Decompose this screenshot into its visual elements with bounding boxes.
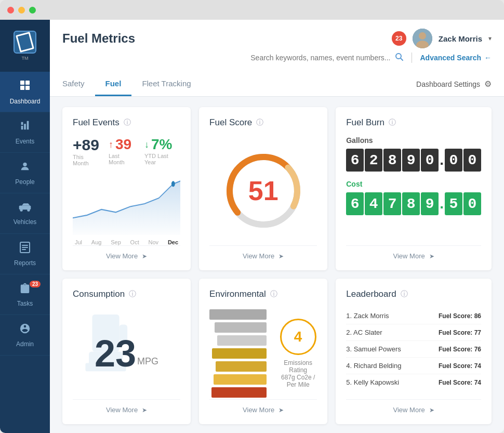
cards-grid: Fuel Events ⓘ +89 This Month ↑39 bbox=[62, 107, 492, 424]
svg-rect-9 bbox=[22, 245, 28, 246]
environmental-view-more[interactable]: View More ➤ bbox=[209, 399, 317, 414]
sidebar-item-people[interactable]: People bbox=[0, 153, 50, 193]
fuel-events-info-icon[interactable]: ⓘ bbox=[124, 118, 131, 127]
gallons-section: Gallons 6 2 8 9 0 . 0 0 bbox=[346, 136, 481, 172]
chart-label-jul: Jul bbox=[75, 239, 82, 245]
odometer-digit-3: 8 bbox=[383, 149, 401, 172]
sidebar-item-label-vehicles: Vehicles bbox=[14, 218, 37, 226]
consumption-view-more[interactable]: View More ➤ bbox=[73, 399, 180, 414]
fuel-events-chart: Jul Aug Sep Oct Nov Dec bbox=[73, 173, 180, 245]
consumption-title: Consumption bbox=[73, 289, 125, 299]
people-icon bbox=[19, 161, 31, 175]
cost-digit-1: 6 bbox=[346, 192, 364, 215]
env-content: 4 Emissions Rating 687g Co2e / Per Mile bbox=[209, 308, 317, 399]
tab-fleet-tracking[interactable]: Fleet Tracking bbox=[131, 72, 201, 96]
environmental-header: Environmental ⓘ bbox=[209, 289, 317, 299]
ebar-1 bbox=[209, 309, 267, 320]
leaderboard-info-icon[interactable]: ⓘ bbox=[401, 290, 408, 299]
sidebar-item-label-reports: Reports bbox=[14, 259, 36, 267]
fuel-burn-info-icon[interactable]: ⓘ bbox=[389, 118, 396, 127]
lb-rank-name-2: 2. AC Slater bbox=[346, 329, 382, 336]
gear-icon: ⚙ bbox=[484, 79, 492, 89]
gallons-dot: . bbox=[440, 152, 444, 168]
search-icon[interactable] bbox=[395, 53, 403, 63]
sidebar-item-vehicles[interactable]: Vehicles bbox=[0, 193, 50, 234]
lb-row-2: 2. AC Slater Fuel Score: 77 bbox=[346, 324, 481, 341]
vehicles-icon bbox=[18, 202, 32, 215]
app-body: TM Dashboard bbox=[0, 20, 504, 433]
environmental-info-icon[interactable]: ⓘ bbox=[270, 290, 277, 299]
dashboard-icon bbox=[19, 79, 31, 95]
stat-this-month-value: +89 bbox=[73, 136, 100, 154]
emissions-label: Emissions Rating bbox=[279, 359, 317, 374]
svg-rect-11 bbox=[22, 249, 26, 250]
search-input[interactable] bbox=[224, 54, 391, 62]
svg-point-7 bbox=[27, 208, 30, 211]
svg-rect-1 bbox=[25, 81, 30, 85]
fuel-score-header: Fuel Score ⓘ bbox=[209, 117, 317, 128]
rating-number: 4 bbox=[294, 330, 302, 344]
sidebar-item-label-dashboard: Dashboard bbox=[10, 98, 41, 105]
cost-digit-7: 0 bbox=[463, 192, 481, 215]
ebar-5 bbox=[216, 361, 267, 372]
lb-row-3: 3. Samuel Powers Fuel Score: 76 bbox=[346, 341, 481, 358]
lb-score-5: Fuel Score: 74 bbox=[439, 379, 481, 386]
lb-rank-name-3: 3. Samuel Powers bbox=[346, 345, 401, 353]
lb-row-1: 1. Zack Morris Fuel Score: 86 bbox=[346, 308, 481, 324]
avatar bbox=[413, 29, 432, 48]
consumption-info-icon[interactable]: ⓘ bbox=[129, 290, 136, 299]
reports-icon bbox=[20, 242, 30, 256]
environmental-card: Environmental ⓘ bbox=[199, 279, 327, 424]
mpg-unit: MPG bbox=[137, 356, 158, 367]
sidebar-item-events[interactable]: Events bbox=[0, 112, 50, 153]
fuel-score-view-more[interactable]: View More ➤ bbox=[209, 245, 317, 260]
cost-dot: . bbox=[440, 195, 444, 212]
fuel-score-container: 51 bbox=[209, 136, 317, 245]
ebar-7 bbox=[211, 387, 267, 398]
fuel-score-info-icon[interactable]: ⓘ bbox=[256, 118, 263, 127]
sidebar-item-tasks[interactable]: 23 Tasks bbox=[0, 274, 50, 315]
leaderboard-list: 1. Zack Morris Fuel Score: 86 2. AC Slat… bbox=[346, 308, 481, 399]
close-button[interactable] bbox=[7, 7, 14, 14]
app-window: TM Dashboard bbox=[0, 0, 504, 433]
lb-score-3: Fuel Score: 76 bbox=[439, 346, 481, 353]
sidebar-item-reports[interactable]: Reports bbox=[0, 234, 50, 274]
arrow-up-icon: ↑ bbox=[109, 139, 113, 150]
rating-circle: 4 bbox=[280, 319, 316, 355]
sidebar-item-label-tasks: Tasks bbox=[17, 300, 33, 307]
fuel-burn-arrow-icon: ➤ bbox=[429, 253, 434, 260]
stat-last-month-label: Last Month bbox=[109, 153, 136, 165]
odometer-digit-6: 0 bbox=[445, 149, 462, 172]
maximize-button[interactable] bbox=[29, 7, 36, 14]
advanced-search-link[interactable]: Advanced Search ← bbox=[420, 54, 492, 62]
fuel-burn-view-more-label: View More bbox=[393, 252, 425, 260]
rating-section: 4 Emissions Rating 687g Co2e / Per Mile bbox=[279, 319, 317, 388]
emissions-bars bbox=[209, 309, 267, 398]
tab-safety[interactable]: Safety bbox=[62, 72, 95, 96]
leaderboard-title: Leaderboard bbox=[346, 289, 396, 299]
leaderboard-view-more[interactable]: View More ➤ bbox=[346, 399, 481, 414]
fuel-burn-view-more[interactable]: View More ➤ bbox=[346, 245, 481, 260]
chevron-down-icon[interactable]: ▾ bbox=[488, 35, 492, 42]
header: Fuel Metrics 23 Za bbox=[50, 20, 504, 72]
search-input-wrap bbox=[62, 53, 403, 63]
lb-score-4: Fuel Score: 74 bbox=[439, 362, 481, 370]
admin-icon bbox=[19, 323, 31, 337]
stat-last-month-value: ↑39 bbox=[109, 136, 136, 153]
tab-fuel[interactable]: Fuel bbox=[95, 72, 132, 96]
sidebar-item-admin[interactable]: Admin bbox=[0, 315, 50, 356]
fuel-events-arrow-icon: ➤ bbox=[142, 253, 147, 260]
gallons-odometer: 6 2 8 9 0 . 0 0 bbox=[346, 149, 481, 172]
fuel-events-view-more-label: View More bbox=[106, 252, 138, 260]
dashboard-settings-button[interactable]: Dashboard Settings ⚙ bbox=[416, 79, 492, 89]
per-mile-label: 687g Co2e / Per Mile bbox=[279, 374, 317, 388]
notification-badge[interactable]: 23 bbox=[392, 31, 406, 46]
fuel-burn-header: Fuel Burn ⓘ bbox=[346, 117, 481, 128]
stat-ytd-value: ↓7% bbox=[144, 136, 180, 153]
fuel-score-card: Fuel Score ⓘ bbox=[199, 107, 327, 270]
minimize-button[interactable] bbox=[18, 7, 25, 14]
lb-rank-name-5: 5. Kelly Kapowski bbox=[346, 378, 399, 386]
score-circle: 51 bbox=[222, 149, 305, 232]
fuel-events-view-more[interactable]: View More ➤ bbox=[73, 245, 180, 260]
sidebar-item-dashboard[interactable]: Dashboard bbox=[0, 72, 50, 112]
